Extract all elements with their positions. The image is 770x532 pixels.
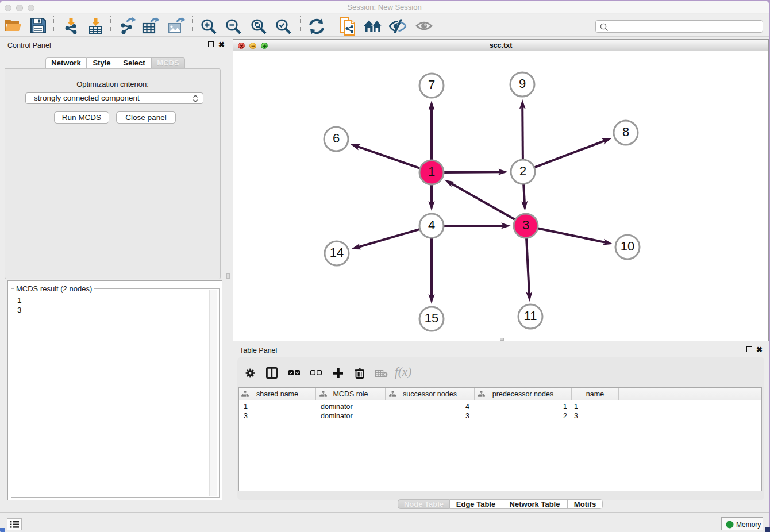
svg-text:9: 9 [519,76,526,91]
svg-text:8: 8 [622,125,629,139]
svg-text:6: 6 [333,131,340,145]
svg-text:1: 1 [428,164,435,179]
svg-text:2: 2 [519,164,526,178]
svg-text:15: 15 [425,311,438,325]
svg-text:14: 14 [330,245,344,260]
svg-text:4: 4 [428,218,435,232]
svg-text:7: 7 [428,78,435,92]
svg-text:11: 11 [524,309,537,323]
svg-text:10: 10 [621,239,634,253]
svg-text:3: 3 [522,218,529,232]
